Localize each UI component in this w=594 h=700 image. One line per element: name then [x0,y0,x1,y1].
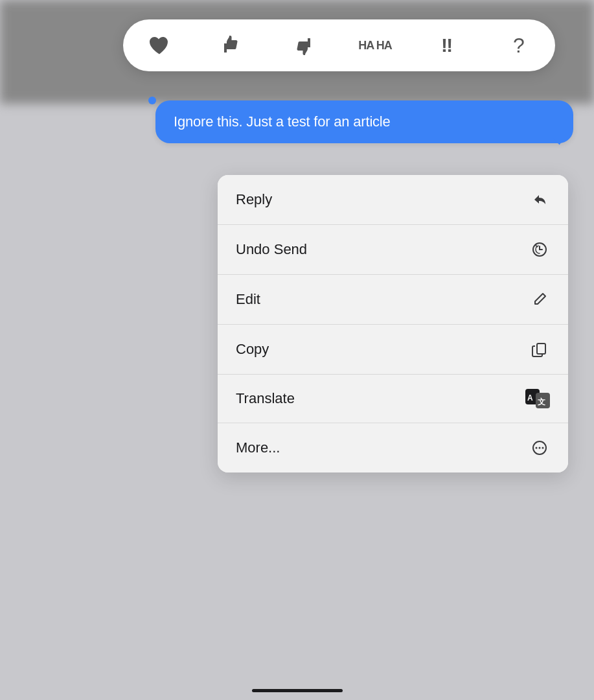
heart-reaction[interactable] [143,29,176,62]
thumbs-down-reaction[interactable] [286,29,320,62]
home-indicator [252,689,343,692]
thumbs-up-reaction[interactable] [214,29,248,62]
edit-icon [529,289,550,310]
reply-label: Reply [236,191,272,208]
reply-icon [529,189,550,210]
more-menu-item[interactable]: More... [218,423,568,472]
question-label: ? [513,34,525,58]
exclamation-reaction[interactable]: ‼ [430,29,464,62]
haha-label: HA HA [358,39,391,52]
bubble-tail [148,96,157,105]
edit-label: Edit [236,291,260,308]
svg-point-0 [148,97,156,104]
translate-label: Translate [236,390,295,407]
message-bubble: Ignore this. Just a test for an article [155,100,573,143]
question-reaction[interactable]: ? [502,29,536,62]
reaction-bar: HA HA ‼ ? [123,19,555,71]
translate-menu-item[interactable]: Translate A 文 [218,375,568,423]
undo-send-label: Undo Send [236,241,307,258]
svg-point-9 [539,447,541,449]
copy-label: Copy [236,341,269,358]
copy-menu-item[interactable]: Copy [218,325,568,375]
svg-point-10 [542,447,544,449]
reply-menu-item[interactable]: Reply [218,175,568,225]
context-menu: Reply Undo Send Edit Copy [218,175,568,472]
message-text: Ignore this. Just a test for an article [174,113,391,130]
svg-rect-2 [537,344,545,354]
svg-point-8 [536,447,538,449]
translate-icon: A 文 [525,389,550,408]
more-icon [529,438,550,458]
undo-send-icon [529,239,550,260]
undo-send-menu-item[interactable]: Undo Send [218,225,568,275]
exclamation-label: ‼ [441,34,453,56]
svg-text:A: A [527,393,533,402]
svg-text:文: 文 [538,397,545,406]
more-label: More... [236,439,280,456]
edit-menu-item[interactable]: Edit [218,275,568,325]
haha-reaction[interactable]: HA HA [358,29,392,62]
copy-icon [529,339,550,360]
